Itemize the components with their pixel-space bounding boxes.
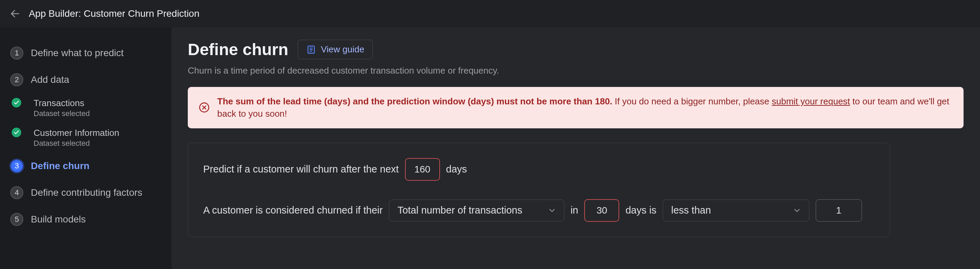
metric-select-value: Total number of transactions [398, 205, 522, 216]
alert-bold-text: The sum of the lead time (days) and the … [217, 96, 612, 106]
sidebar-step-1[interactable]: 1 Define what to predict [0, 40, 171, 66]
view-guide-label: View guide [321, 44, 364, 55]
lead-time-input[interactable] [405, 158, 440, 181]
topbar: App Builder: Customer Churn Prediction [0, 0, 980, 27]
step-label: Add data [31, 74, 69, 85]
sidebar-dataset-customer-info[interactable]: Customer Information Dataset selected [0, 123, 171, 153]
dataset-sublabel: Dataset selected [33, 109, 90, 118]
dataset-label: Customer Information [33, 128, 119, 138]
page-title: Define churn [188, 40, 288, 59]
error-icon [199, 102, 210, 113]
chevron-down-icon [792, 206, 802, 215]
step-label: Build models [31, 214, 86, 225]
lead-time-row: Predict if a customer will churn after t… [203, 158, 875, 181]
step-number-badge: 4 [10, 186, 23, 199]
alert-text: If you do need a bigger number, please [612, 96, 772, 106]
check-icon [12, 98, 21, 108]
check-icon [12, 128, 21, 137]
row-text: A customer is considered churned if thei… [203, 205, 383, 216]
dataset-sublabel: Dataset selected [33, 139, 119, 148]
chevron-down-icon [547, 206, 557, 215]
app-title: App Builder: Customer Churn Prediction [29, 8, 199, 19]
comparator-select-value: less than [671, 205, 711, 216]
view-guide-button[interactable]: View guide [298, 40, 373, 59]
step-label: Define contributing factors [31, 187, 142, 198]
page-subtitle: Churn is a time period of decreased cust… [188, 65, 964, 76]
main-content: Define churn View guide Churn is a time … [171, 27, 980, 269]
guide-icon [306, 45, 316, 54]
step-number-badge: 3 [10, 160, 23, 172]
sidebar-step-5[interactable]: 5 Build models [0, 206, 171, 233]
metric-select[interactable]: Total number of transactions [389, 199, 564, 222]
churn-condition-row: A customer is considered churned if thei… [203, 199, 875, 222]
sidebar-dataset-transactions[interactable]: Transactions Dataset selected [0, 93, 171, 123]
sidebar-step-3[interactable]: 3 Define churn [0, 153, 171, 179]
back-button[interactable] [10, 8, 21, 19]
step-label: Define churn [31, 160, 89, 171]
sidebar-step-2[interactable]: 2 Add data [0, 66, 171, 93]
row-text: days [446, 164, 467, 175]
threshold-input[interactable] [816, 199, 862, 222]
window-input[interactable] [584, 199, 619, 222]
sidebar: 1 Define what to predict 2 Add data Tran… [0, 27, 171, 269]
sidebar-step-4[interactable]: 4 Define contributing factors [0, 179, 171, 206]
row-text: in [571, 205, 578, 216]
dataset-label: Transactions [33, 98, 90, 109]
step-number-badge: 5 [10, 213, 23, 226]
definition-panel: Predict if a customer will churn after t… [188, 143, 890, 237]
step-label: Define what to predict [31, 47, 124, 59]
row-text: Predict if a customer will churn after t… [203, 164, 399, 175]
step-number-badge: 2 [10, 73, 23, 86]
comparator-select[interactable]: less than [663, 199, 809, 222]
submit-request-link[interactable]: submit your request [772, 96, 850, 106]
error-alert: The sum of the lead time (days) and the … [188, 87, 964, 128]
row-text: days is [625, 205, 656, 216]
step-number-badge: 1 [10, 47, 23, 60]
